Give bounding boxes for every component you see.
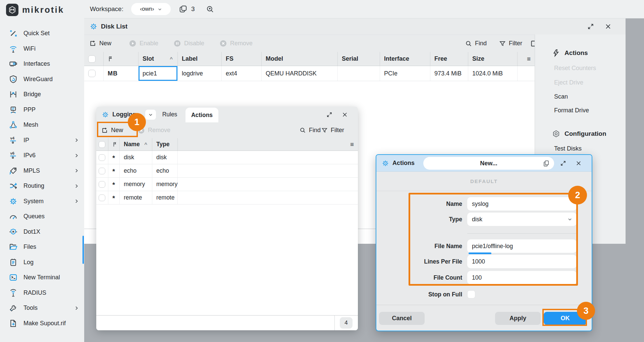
disk-size-cell: 1024.0 MiB (468, 66, 518, 81)
logging-row-echo[interactable]: * echo echo (96, 164, 358, 178)
sidebar-item-radius[interactable]: RADIUS (0, 285, 84, 301)
window-menu-button[interactable] (145, 110, 156, 120)
apply-button[interactable]: Apply (495, 312, 541, 325)
sidebar-item-dot1x[interactable]: Dot1X (0, 224, 84, 240)
close-icon[interactable] (576, 160, 582, 167)
row-checkbox[interactable] (84, 66, 104, 81)
column-header-slot[interactable]: Slot ^ (139, 52, 178, 66)
filter-button[interactable]: Filter (321, 127, 344, 134)
disk-free-cell: 973.4 MiB (430, 66, 468, 81)
tools-icon (9, 303, 18, 312)
sidebar-item-ipv6[interactable]: v6 IPv6 (0, 148, 84, 163)
filter-funnel-icon (499, 40, 506, 47)
sidebar-item-files[interactable]: Files (0, 239, 84, 255)
lines-per-file-input[interactable] (467, 255, 577, 268)
column-header-type[interactable]: Type (152, 138, 178, 151)
ip-v6-icon: v6 (9, 151, 18, 160)
row-checkbox[interactable] (96, 151, 108, 164)
sidebar-item-interfaces[interactable]: Interfaces (0, 56, 84, 72)
new-action-button[interactable]: New (101, 127, 123, 134)
row-flag: * (108, 164, 120, 177)
disk-interface-cell: PCIe (380, 66, 430, 81)
sidebar-item-mpls[interactable]: MPLS (0, 163, 84, 179)
logging-table-header: Name ^ Type ≡ (96, 138, 358, 151)
dot1x-icon (9, 227, 18, 236)
column-header-serial[interactable]: Serial (338, 52, 380, 66)
sidebar-item-log[interactable]: Log (0, 255, 84, 270)
supout-document-icon (9, 319, 18, 328)
column-header-size[interactable]: Size (468, 52, 518, 66)
column-header-free[interactable]: Free (430, 52, 468, 66)
column-header-name[interactable]: Name ^ (120, 138, 152, 151)
section-default: DEFAULT (376, 172, 592, 191)
field-row-lines-per-file: Lines Per File (376, 255, 592, 268)
name-input[interactable] (467, 197, 577, 211)
row-checkbox[interactable] (96, 178, 108, 191)
columns-menu-button[interactable]: ≡ (518, 52, 535, 66)
panel-item-scan[interactable]: Scan (554, 93, 568, 101)
sidebar-item-tools[interactable]: Tools (0, 300, 84, 316)
select-all-checkbox[interactable] (96, 138, 108, 151)
sidebar-item-ip[interactable]: v4 IP (0, 133, 84, 148)
windows-stack-icon[interactable] (179, 5, 187, 13)
type-select[interactable]: disk (467, 213, 577, 226)
find-button[interactable]: Find (300, 127, 321, 134)
column-header-fs[interactable]: FS (222, 52, 262, 66)
chevron-right-icon (74, 137, 79, 143)
flag-column-header[interactable] (104, 52, 139, 66)
tab-rules[interactable]: Rules (160, 111, 180, 118)
sidebar-item-routing[interactable]: Routing (0, 178, 84, 194)
file-name-input[interactable] (467, 239, 577, 253)
sidebar-item-new-terminal[interactable]: New Terminal (0, 270, 84, 285)
close-icon[interactable] (605, 23, 611, 30)
expand-icon[interactable] (560, 160, 567, 167)
sidebar-item-bridge[interactable]: Bridge (0, 87, 84, 102)
chevron-right-icon (74, 183, 79, 189)
workspace-select[interactable]: ‹own› (131, 3, 171, 15)
sidebar-item-make-supout[interactable]: Make Supout.rif (0, 316, 84, 331)
columns-menu-button[interactable]: ≡ (178, 138, 358, 151)
column-header-label[interactable]: Label (178, 52, 222, 66)
column-header-model[interactable]: Model (262, 52, 338, 66)
row-checkbox[interactable] (96, 191, 108, 204)
sidebar-scrollbar-thumb[interactable] (83, 236, 84, 264)
x-circle-icon (219, 40, 227, 47)
mpls-tag-icon (9, 166, 18, 175)
stop-on-full-checkbox[interactable] (467, 290, 475, 298)
select-all-checkbox[interactable] (84, 52, 104, 66)
sidebar-item-wireguard[interactable]: WireGuard (0, 72, 84, 87)
ok-button[interactable]: OK (544, 312, 587, 325)
logging-row-remote[interactable]: * remote remote (96, 191, 358, 205)
copy-icon[interactable] (543, 160, 550, 167)
expand-icon[interactable] (587, 23, 594, 30)
find-button[interactable]: Find (465, 40, 487, 47)
panel-item-test-disks[interactable]: Test Disks (554, 145, 582, 153)
sidebar-item-system[interactable]: System (0, 194, 84, 209)
remove-button: Remove (219, 40, 253, 47)
close-icon[interactable] (342, 112, 348, 118)
disk-slot-cell[interactable]: pcie1 (139, 66, 178, 81)
file-count-input[interactable] (467, 271, 577, 284)
sidebar-item-ppp[interactable]: PPP (0, 102, 84, 118)
filter-button[interactable]: Filter (499, 40, 522, 47)
sidebar-item-queues[interactable]: Queues (0, 209, 84, 224)
entry-name-display[interactable]: New... (423, 157, 554, 170)
logging-row-memory[interactable]: * memory memory (96, 178, 358, 191)
tab-actions[interactable]: Actions (185, 108, 218, 122)
dialog-titlebar: Actions New... (376, 155, 592, 172)
row-checkbox[interactable] (96, 164, 108, 177)
panel-item-format-drive[interactable]: Format Drive (554, 106, 589, 114)
global-search-icon[interactable] (206, 5, 214, 13)
disk-table-row[interactable]: MB pcie1 logdrive ext4 QEMU HARDDISK PCI… (84, 66, 535, 81)
sidebar-item-mesh[interactable]: Mesh (0, 117, 84, 133)
flag-column-header[interactable] (108, 138, 120, 151)
logging-row-disk[interactable]: * disk disk (96, 151, 358, 164)
chevron-right-icon (74, 168, 79, 173)
expand-icon[interactable] (326, 112, 333, 118)
sidebar-item-wifi[interactable]: WiFi (0, 41, 84, 57)
cancel-button[interactable]: Cancel (379, 312, 425, 325)
column-header-interface[interactable]: Interface (380, 52, 430, 66)
gear-icon (382, 160, 389, 167)
new-button[interactable]: New (89, 40, 111, 47)
sidebar-item-quick-set[interactable]: Quick Set (0, 26, 84, 41)
